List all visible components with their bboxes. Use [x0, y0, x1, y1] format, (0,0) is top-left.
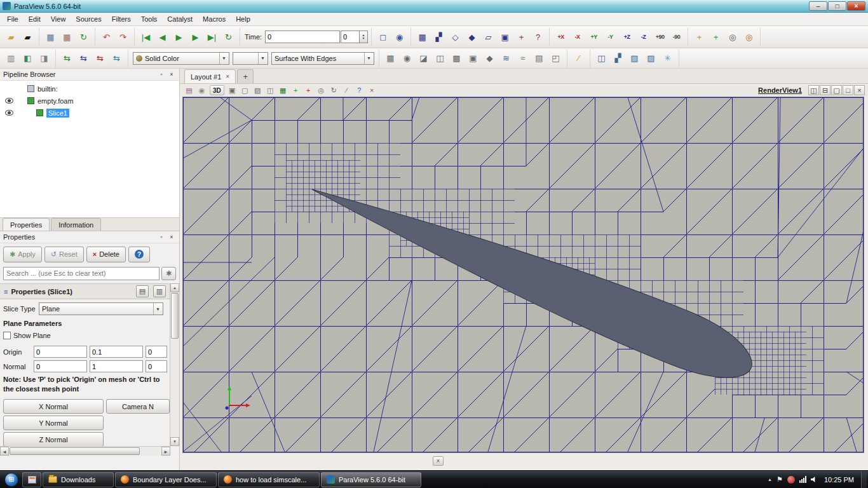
- rotate-90-ccw-icon[interactable]: -90: [668, 29, 684, 44]
- extract-subset-icon[interactable]: ▣: [465, 51, 481, 66]
- menu-item[interactable]: File: [2, 13, 24, 25]
- visibility-eye-icon[interactable]: [5, 98, 13, 104]
- axes-grid-icon[interactable]: ▦: [277, 85, 289, 96]
- search-options-gear-icon[interactable]: ✱: [161, 267, 176, 280]
- rescale-visible-range-icon[interactable]: ⇆: [109, 51, 125, 66]
- properties-close-button[interactable]: ×: [167, 233, 176, 241]
- select-points-through-icon[interactable]: ◆: [464, 29, 480, 44]
- selection-grid-icon[interactable]: ▧: [627, 51, 642, 66]
- pipeline-float-button[interactable]: ▫: [157, 71, 166, 79]
- layout-tab[interactable]: Layout #1 ×: [184, 69, 236, 83]
- connect-server-icon[interactable]: ▦: [43, 29, 58, 44]
- menu-item[interactable]: Tools: [136, 13, 163, 25]
- pipeline-item-builtin[interactable]: builtin:: [0, 83, 179, 95]
- hidden-icons-chevron-icon[interactable]: ▲: [768, 477, 772, 482]
- scroll-down-icon[interactable]: ▼: [170, 437, 179, 446]
- menu-item[interactable]: Filters: [107, 13, 136, 25]
- loop-icon[interactable]: ↻: [220, 29, 236, 44]
- previous-frame-icon[interactable]: ◀: [154, 29, 170, 44]
- origin-y-input[interactable]: [90, 346, 143, 358]
- rotate-camera-icon[interactable]: ↻: [328, 85, 340, 96]
- maximize-view-button[interactable]: □: [843, 85, 853, 95]
- start-button[interactable]: ⊞: [1, 471, 22, 488]
- render-viewport[interactable]: [182, 97, 864, 453]
- normal-z-input[interactable]: [146, 360, 167, 372]
- origin-x-input[interactable]: [34, 346, 87, 358]
- split-horizontal-button[interactable]: ◫: [808, 85, 819, 95]
- pipeline-close-button[interactable]: ×: [167, 71, 176, 79]
- close-view-button[interactable]: ×: [854, 85, 865, 95]
- camera-normal-button[interactable]: Camera N: [106, 399, 170, 414]
- color-palette-icon[interactable]: ◉: [196, 85, 208, 96]
- copy-properties-button[interactable]: ▤: [136, 285, 149, 297]
- show-center-axes-icon[interactable]: +: [708, 29, 724, 44]
- paste-properties-button[interactable]: ▥: [153, 285, 166, 297]
- preview-mode-icon[interactable]: ▢: [239, 85, 251, 96]
- set-view-minus-y-icon[interactable]: -Y: [602, 29, 618, 44]
- background-color-icon[interactable]: ▧: [252, 85, 264, 96]
- hover-cells-icon[interactable]: ?: [530, 29, 546, 44]
- ruler-icon[interactable]: ∕: [571, 51, 587, 66]
- save-data-icon[interactable]: ▰: [20, 29, 36, 44]
- layout-tab-close-icon[interactable]: ×: [226, 73, 229, 80]
- select-points-on-icon[interactable]: ▞: [431, 29, 447, 44]
- taskbar-item-pinned[interactable]: [22, 472, 41, 487]
- rescale-temporal-range-icon[interactable]: ⇆: [92, 51, 108, 66]
- group-datasets-icon[interactable]: ▤: [531, 51, 547, 66]
- close-button[interactable]: ×: [847, 1, 865, 11]
- properties-float-button[interactable]: ▫: [157, 233, 166, 241]
- camera-link-icon[interactable]: ◫: [593, 51, 609, 66]
- rotate-90-cw-icon[interactable]: +90: [652, 29, 668, 44]
- capture-screenshot-icon[interactable]: ▣: [226, 85, 238, 96]
- detach-view-button[interactable]: ▢: [831, 85, 842, 95]
- menu-item[interactable]: Macros: [198, 13, 231, 25]
- minimize-button[interactable]: –: [809, 1, 827, 11]
- threshold-icon[interactable]: ▩: [449, 51, 465, 66]
- new-layout-tab-button[interactable]: +: [237, 69, 254, 83]
- first-frame-icon[interactable]: |◀: [138, 29, 154, 44]
- pick-center-icon[interactable]: +: [302, 85, 315, 96]
- origin-z-input[interactable]: [146, 346, 167, 358]
- time-value-input[interactable]: [265, 30, 340, 43]
- help-button[interactable]: ?: [128, 247, 150, 262]
- pipeline-item-empty-foam[interactable]: empty.foam: [0, 95, 179, 107]
- representation-select[interactable]: Surface With Edges ▼: [271, 52, 374, 65]
- zoom-to-data-icon[interactable]: ◉: [391, 29, 407, 44]
- scroll-right-icon[interactable]: ▶: [161, 447, 170, 456]
- show-desktop-button[interactable]: [861, 471, 867, 488]
- reset-center-icon[interactable]: ◎: [741, 29, 757, 44]
- warp-by-vector-icon[interactable]: ≈: [515, 51, 531, 66]
- rescale-custom-range-icon[interactable]: ⇆: [76, 51, 92, 66]
- visibility-eye-icon[interactable]: [5, 110, 13, 116]
- properties-horizontal-scrollbar[interactable]: ◀ ▶: [0, 446, 170, 456]
- x-normal-button[interactable]: X Normal: [3, 399, 104, 414]
- search-input[interactable]: [3, 267, 159, 280]
- apply-button[interactable]: ✱ Apply: [3, 247, 42, 262]
- normal-x-input[interactable]: [34, 360, 87, 372]
- toggle-2d-3d-button[interactable]: 3D: [210, 85, 224, 95]
- calculator-icon[interactable]: ▦: [383, 51, 398, 66]
- undo-icon[interactable]: ↶: [98, 29, 114, 44]
- toggle-color-legend-icon[interactable]: ▥: [3, 51, 19, 66]
- tab-information[interactable]: Information: [51, 218, 101, 231]
- interactive-select-cells-icon[interactable]: +: [513, 29, 529, 44]
- split-vertical-button[interactable]: ⊟: [820, 85, 831, 95]
- antivirus-icon[interactable]: [787, 476, 795, 484]
- menu-item[interactable]: Catalyst: [162, 13, 198, 25]
- taskbar-clock[interactable]: 10:25 PM: [822, 476, 857, 484]
- zoom-to-box-icon[interactable]: ◻: [375, 29, 391, 44]
- stream-tracer-icon[interactable]: ≋: [498, 51, 514, 66]
- interactive-view-link-icon[interactable]: ▞: [610, 51, 626, 66]
- set-view-plus-x-icon[interactable]: +X: [553, 29, 569, 44]
- select-cells-through-icon[interactable]: ◇: [447, 29, 463, 44]
- reset-center-icon[interactable]: ◎: [315, 85, 327, 96]
- taskbar-item-paraview[interactable]: ParaView 5.6.0 64-bit: [321, 472, 421, 487]
- taskbar-item-browser1[interactable]: Boundary Layer Does...: [115, 472, 217, 487]
- splitter-close-button[interactable]: ×: [433, 456, 444, 466]
- clip-icon[interactable]: ◪: [416, 51, 431, 66]
- set-view-minus-z-icon[interactable]: -Z: [635, 29, 651, 44]
- slice-icon[interactable]: ◫: [432, 51, 448, 66]
- menu-item[interactable]: Help: [231, 13, 255, 25]
- pipeline-item-slice1[interactable]: Slice1: [0, 107, 179, 119]
- auto-apply-icon[interactable]: ↻: [76, 29, 92, 44]
